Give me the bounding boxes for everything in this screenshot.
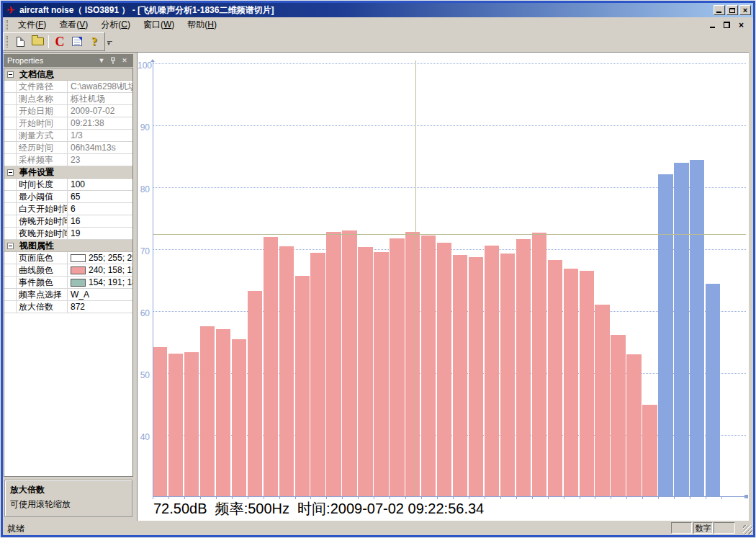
mdi-window-controls: × bbox=[704, 20, 753, 30]
x-axis-tick bbox=[721, 497, 722, 499]
bar-14 bbox=[358, 247, 372, 496]
spectrum-chart[interactable]: 72.50dB 频率:500Hz 时间:2009-07-02 09:22:56.… bbox=[137, 52, 749, 521]
property-value[interactable]: 154; 191; 18 bbox=[68, 277, 132, 288]
property-row-zoom-factor[interactable]: 放大倍数872 bbox=[4, 301, 132, 313]
bar-3 bbox=[184, 352, 199, 496]
property-row-time-length[interactable]: 时间长度100 bbox=[4, 179, 132, 191]
property-row-start-date[interactable]: 开始日期2009-07-02 bbox=[4, 105, 132, 117]
property-value[interactable]: 16 bbox=[68, 215, 132, 227]
bar-15 bbox=[374, 252, 388, 496]
property-label: 开始时间 bbox=[17, 117, 68, 129]
property-label: 文件路径 bbox=[17, 81, 68, 92]
x-axis-tick bbox=[310, 497, 311, 499]
y-axis-tick-label: 60 bbox=[138, 308, 150, 318]
status-cell bbox=[714, 522, 735, 534]
section-header-event-settings[interactable]: 事件设置 bbox=[4, 166, 132, 179]
property-row-evening-start[interactable]: 傍晚开始时间16 bbox=[4, 215, 132, 228]
property-row-site-name[interactable]: 测点名称栎社机场 bbox=[4, 93, 132, 105]
child-minimize-button[interactable] bbox=[706, 20, 719, 30]
property-row-page-bg-color[interactable]: 页面底色255; 255; 25 bbox=[4, 252, 132, 264]
pin-button[interactable] bbox=[108, 56, 118, 66]
minimize-button[interactable] bbox=[714, 5, 725, 15]
x-axis-tick bbox=[168, 497, 169, 499]
toolbar-overflow-button[interactable]: ▾ bbox=[107, 41, 110, 46]
property-value[interactable]: 6 bbox=[68, 203, 132, 215]
help-button[interactable]: ? bbox=[86, 34, 102, 50]
convert-button[interactable]: C bbox=[52, 34, 68, 50]
bar-34 bbox=[674, 163, 688, 496]
panel-close-button[interactable]: ✕ bbox=[120, 56, 130, 66]
gridline bbox=[153, 63, 746, 64]
close-icon: × bbox=[743, 6, 747, 14]
property-row-start-time[interactable]: 开始时间09:21:38 bbox=[4, 117, 132, 130]
child-close-button[interactable]: × bbox=[735, 20, 747, 30]
property-value[interactable]: 872 bbox=[68, 301, 132, 313]
property-row-file-path[interactable]: 文件路径C:\awa6298\机场 bbox=[4, 81, 132, 93]
menu-item-view[interactable]: 查看(V) bbox=[53, 17, 94, 33]
bar-28 bbox=[580, 271, 594, 496]
property-value: 栎社机场 bbox=[68, 93, 132, 104]
child-restore-button[interactable] bbox=[721, 20, 733, 30]
property-row-sample-freq[interactable]: 采样频率23 bbox=[4, 154, 132, 166]
menu-item-analysis[interactable]: 分析(C) bbox=[94, 17, 137, 33]
menu-item-help[interactable]: 帮助(H) bbox=[181, 17, 223, 33]
x-axis-tick bbox=[658, 497, 659, 499]
properties-panel-title: Properties bbox=[7, 56, 95, 65]
y-axis-tick-label: 50 bbox=[138, 370, 150, 380]
x-axis-tick bbox=[264, 497, 264, 499]
toolbar-grip[interactable] bbox=[6, 36, 8, 48]
property-row-event-color[interactable]: 事件颜色154; 191; 18 bbox=[4, 277, 132, 289]
menu-grip[interactable] bbox=[6, 20, 8, 30]
property-value: 06h34m13s bbox=[68, 142, 132, 153]
property-label: 频率点选择 bbox=[17, 289, 68, 300]
menu-item-file[interactable]: 文件(F) bbox=[12, 17, 53, 33]
cursor-readout: 72.50dB 频率:500Hz 时间:2009-07-02 09:22:56.… bbox=[153, 499, 484, 519]
property-row-measure-mode[interactable]: 测量方式1/3 bbox=[4, 130, 132, 142]
property-label: 经历时间 bbox=[17, 142, 68, 153]
app-window: ✈ aircraft noise（ ISO3891 ） - [飞机噪声分析1-1… bbox=[0, 0, 756, 538]
maximize-button[interactable] bbox=[726, 5, 738, 15]
bar-5 bbox=[216, 329, 230, 496]
property-value[interactable]: 65 bbox=[68, 191, 132, 202]
bar-22 bbox=[485, 246, 499, 496]
bar-1 bbox=[153, 347, 167, 496]
section-title: 视图属性 bbox=[17, 240, 54, 251]
new-document-button[interactable] bbox=[12, 34, 28, 50]
property-value[interactable]: 255; 255; 25 bbox=[68, 252, 132, 264]
property-row-freq-point[interactable]: 频率点选择W_A bbox=[4, 289, 132, 301]
open-file-button[interactable] bbox=[30, 34, 45, 50]
color-swatch bbox=[71, 266, 86, 274]
property-label: 最小阈值 bbox=[17, 191, 68, 202]
maximize-icon bbox=[729, 8, 735, 13]
property-row-elapsed-time[interactable]: 经历时间06h34m13s bbox=[4, 142, 132, 154]
property-value[interactable]: 240; 158; 15 bbox=[68, 264, 132, 276]
y-axis-arrow bbox=[150, 57, 155, 62]
x-axis-tick bbox=[295, 497, 296, 499]
close-button[interactable]: × bbox=[739, 5, 751, 15]
properties-panel: Properties ▼ ✕ 文档信息文件路径C:\awa6298\机场测点名称… bbox=[3, 52, 134, 521]
x-axis-tick bbox=[548, 497, 549, 499]
resize-grip[interactable] bbox=[743, 525, 752, 534]
property-value: 1/3 bbox=[68, 130, 132, 141]
property-value: 23 bbox=[68, 154, 132, 166]
bar-27 bbox=[564, 269, 578, 496]
property-row-day-start[interactable]: 白天开始时间6 bbox=[4, 203, 132, 215]
section-header-view-properties[interactable]: 视图属性 bbox=[4, 240, 132, 252]
status-bar: 就绪 数字 bbox=[3, 521, 753, 535]
y-axis-tick-label: 70 bbox=[138, 246, 150, 256]
property-value[interactable]: 100 bbox=[68, 179, 132, 190]
property-row-curve-color[interactable]: 曲线颜色240; 158; 15 bbox=[4, 264, 132, 277]
x-axis-tick bbox=[358, 497, 359, 499]
property-value[interactable]: W_A bbox=[68, 289, 132, 300]
property-row-min-threshold[interactable]: 最小阈值65 bbox=[4, 191, 132, 203]
property-row-night-start[interactable]: 夜晚开始时间19 bbox=[4, 228, 132, 240]
section-header-document-info[interactable]: 文档信息 bbox=[4, 68, 132, 81]
property-description-box: 放大倍数 可使用滚轮缩放 bbox=[4, 480, 132, 517]
properties-button[interactable] bbox=[69, 34, 85, 50]
property-value[interactable]: 19 bbox=[68, 228, 132, 239]
property-label: 夜晚开始时间 bbox=[17, 228, 68, 239]
menu-item-window[interactable]: 窗口(W) bbox=[137, 17, 181, 33]
help-icon: ? bbox=[91, 35, 97, 48]
bar-31 bbox=[626, 354, 641, 496]
panel-menu-button[interactable]: ▼ bbox=[96, 56, 107, 66]
